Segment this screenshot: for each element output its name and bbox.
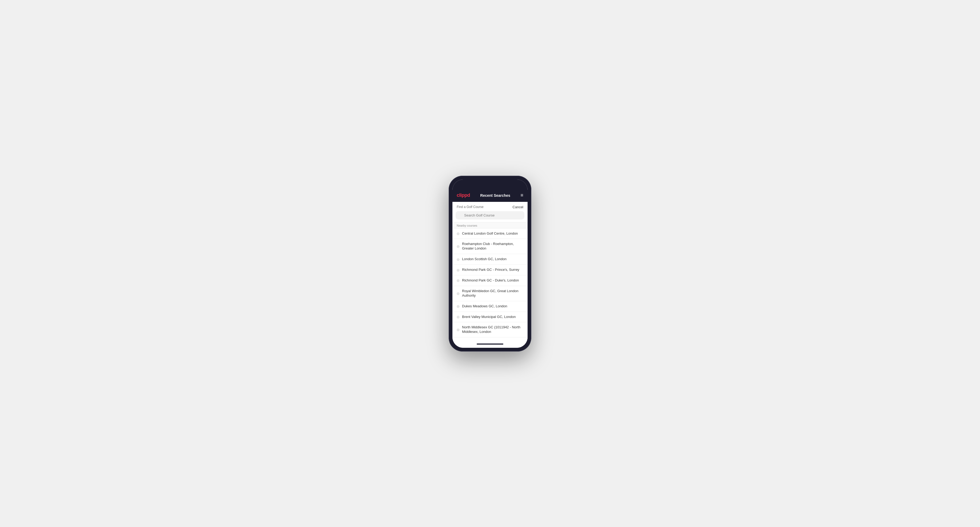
cancel-button[interactable]: Cancel	[513, 205, 523, 209]
list-item[interactable]: ◎ Richmond Park GC - Prince's, Surrey	[452, 265, 528, 275]
home-indicator	[452, 340, 528, 348]
phone-frame: clippd Recent Searches ≡ Find a Golf Cou…	[449, 176, 531, 351]
course-name: Roehampton Club - Roehampton, Greater Lo…	[462, 242, 523, 251]
notch	[477, 182, 503, 187]
list-item[interactable]: ◎ Central London Golf Centre, London	[452, 229, 528, 239]
find-label: Find a Golf Course	[457, 205, 484, 209]
list-item[interactable]: ◎ Brent Valley Municipal GC, London	[452, 312, 528, 322]
course-name: Richmond Park GC - Duke's, London	[462, 278, 519, 283]
search-input[interactable]	[456, 211, 524, 219]
course-name: North Middlesex GC (1011942 - North Midd…	[462, 325, 523, 334]
list-item[interactable]: ◎ Coombe Hill GC, Kingston upon Thames	[452, 337, 528, 340]
app-logo: clippd	[457, 192, 470, 198]
course-name: Central London Golf Centre, London	[462, 232, 518, 236]
app-navbar: clippd Recent Searches ≡	[452, 189, 528, 202]
course-name: Royal Wimbledon GC, Great London Authori…	[462, 289, 523, 298]
list-item[interactable]: ◎ North Middlesex GC (1011942 - North Mi…	[452, 322, 528, 337]
course-name: Dukes Meadows GC, London	[462, 304, 508, 309]
nearby-section-header: Nearby courses	[452, 222, 528, 229]
list-item[interactable]: ◎ London Scottish GC, London	[452, 254, 528, 265]
phone-screen: clippd Recent Searches ≡ Find a Golf Cou…	[452, 179, 528, 348]
list-item[interactable]: ◎ Roehampton Club - Roehampton, Greater …	[452, 239, 528, 254]
course-list: ◎ Central London Golf Centre, London ◎ R…	[452, 229, 528, 340]
list-item[interactable]: ◎ Dukes Meadows GC, London	[452, 301, 528, 312]
pin-icon: ◎	[457, 232, 459, 235]
pin-icon: ◎	[457, 268, 459, 272]
list-item[interactable]: ◎ Richmond Park GC - Duke's, London	[452, 275, 528, 286]
find-header: Find a Golf Course Cancel	[452, 202, 528, 211]
content-area: Find a Golf Course Cancel ⌕ Nearby cours…	[452, 202, 528, 340]
search-bar-wrapper: ⌕	[456, 211, 524, 219]
course-name: London Scottish GC, London	[462, 257, 506, 262]
list-item[interactable]: ◎ Royal Wimbledon GC, Great London Autho…	[452, 286, 528, 301]
search-bar-container: ⌕	[452, 211, 528, 222]
pin-icon: ◎	[457, 305, 459, 308]
course-name: Richmond Park GC - Prince's, Surrey	[462, 268, 519, 272]
home-bar	[477, 343, 503, 344]
hamburger-icon[interactable]: ≡	[520, 192, 523, 198]
pin-icon: ◎	[457, 244, 459, 248]
status-bar	[452, 179, 528, 189]
pin-icon: ◎	[457, 257, 459, 261]
pin-icon: ◎	[457, 328, 459, 332]
course-name: Brent Valley Municipal GC, London	[462, 315, 515, 319]
pin-icon: ◎	[457, 292, 459, 295]
pin-icon: ◎	[457, 315, 459, 319]
navbar-title: Recent Searches	[470, 193, 520, 198]
pin-icon: ◎	[457, 279, 459, 282]
